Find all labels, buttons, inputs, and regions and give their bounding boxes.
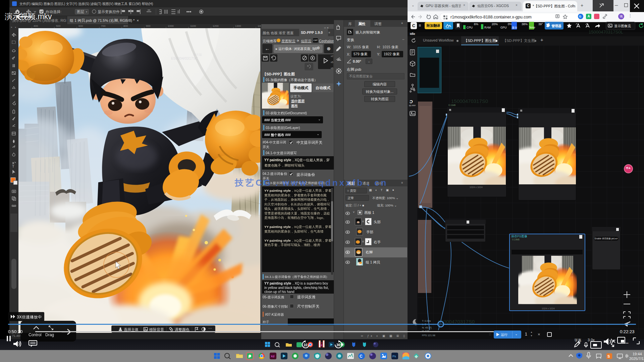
svg-text:1000: 1000 bbox=[168, 24, 174, 27]
svg-text:x2: x2 bbox=[331, 55, 333, 57]
svg-text:400: 400 bbox=[34, 24, 38, 27]
svg-text:▾: ▾ bbox=[86, 10, 87, 13]
svg-text:显示变换控件: 显示变换控件 bbox=[98, 10, 120, 14]
svg-text:»: » bbox=[11, 26, 12, 29]
svg-text:2025/7/13: 2025/7/13 bbox=[629, 357, 644, 361]
svg-text:S: S bbox=[607, 354, 610, 358]
svg-text:x5: x5 bbox=[331, 61, 333, 63]
svg-text:1100: 1100 bbox=[190, 24, 196, 27]
svg-text:600: 600 bbox=[78, 24, 83, 27]
svg-text:Ps: Ps bbox=[392, 355, 396, 358]
svg-text:500: 500 bbox=[56, 24, 61, 27]
svg-text:×: × bbox=[15, 26, 16, 29]
svg-text:700: 700 bbox=[101, 24, 106, 27]
svg-text:x9: x9 bbox=[331, 67, 333, 69]
svg-text:30: 30 bbox=[336, 343, 340, 347]
svg-text:1300: 1300 bbox=[235, 24, 241, 27]
svg-text:900: 900 bbox=[146, 24, 151, 27]
svg-text:C: C bbox=[360, 354, 363, 359]
svg-text:800: 800 bbox=[123, 24, 128, 27]
svg-text:10: 10 bbox=[304, 343, 308, 347]
svg-text:图层: 图层 bbox=[77, 10, 84, 14]
svg-text:1200: 1200 bbox=[213, 24, 219, 27]
svg-text:19:44: 19:44 bbox=[633, 352, 642, 356]
svg-text:SMS: SMS bbox=[446, 27, 449, 28]
svg-text:T: T bbox=[12, 164, 14, 168]
svg-text:15000470317S0: 15000470317S0 bbox=[451, 98, 488, 104]
svg-text:Xd: Xd bbox=[271, 355, 274, 358]
